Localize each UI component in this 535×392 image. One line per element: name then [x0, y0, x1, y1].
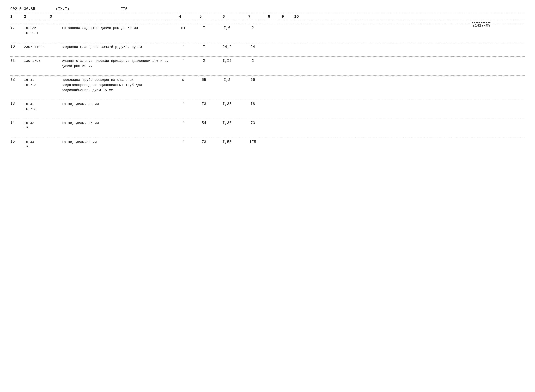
- row-code-14: I6-43 -"-: [24, 121, 62, 131]
- row-num-15: I5.: [10, 140, 24, 144]
- column-headers: I 2 3 4 5 6 7 8 9 IO: [10, 14, 525, 20]
- col-header-7: 7: [237, 14, 262, 19]
- row-price-15: I,58: [214, 140, 240, 144]
- row-price-14: I,36: [214, 121, 240, 125]
- row-total-9: 2: [240, 26, 266, 30]
- row-unit-12: м: [173, 77, 194, 82]
- table-row: I4. I6-43 -"- То же, диам. 25 мм " 54 I,…: [10, 119, 525, 131]
- table-row: 9. I6-I35 I6-I2-I Установка задвижек диа…: [10, 24, 525, 36]
- row-code-12: I6-4I I6-7-3: [24, 77, 62, 88]
- row-unit-15: ": [173, 140, 194, 144]
- stamp-area: 21417-09: [472, 22, 490, 28]
- row-qty-9: I: [194, 26, 214, 30]
- row-unit-13: ": [173, 102, 194, 106]
- row-num-10: IO.: [10, 45, 24, 49]
- page-container: 902-5-36.85 (IX.I) II5 21417-09 I 2 3 4 …: [10, 7, 525, 150]
- row-num-12: I2.: [10, 77, 24, 82]
- row-total-13: I8: [240, 102, 266, 106]
- col-header-2: 2: [24, 14, 45, 19]
- row-num-11: II.: [10, 58, 24, 63]
- row-desc-15: То же, диам.32 мм: [62, 140, 173, 145]
- col-header-1: I: [10, 14, 24, 19]
- row-desc-10: Задвижка фланцевая 30ч47б р,ду50, ру IO: [62, 45, 173, 50]
- table-row: I2. I6-4I I6-7-3 Прокладка трубопроводов…: [10, 75, 525, 93]
- top-header: 902-5-36.85 (IX.I) II5: [10, 7, 525, 11]
- table-row: II. I30-I793 Фланцы стальные плоские при…: [10, 56, 525, 69]
- row-qty-10: I: [194, 45, 214, 49]
- table-row: I5. I6-44 -"- То же, диам.32 мм " 73 I,5…: [10, 138, 525, 150]
- col-header-6: 6: [211, 14, 237, 19]
- row-total-11: 2: [240, 58, 266, 63]
- row-desc-11: Фланцы стальные плоские приварные давлен…: [62, 58, 173, 69]
- row-num-9: 9.: [10, 26, 24, 30]
- col-header-9: 9: [276, 14, 290, 19]
- row-desc-12: Прокладка трубопроводов из стальных водо…: [62, 77, 173, 93]
- row-qty-13: I3: [194, 102, 214, 106]
- stamp-number: 21417-09: [472, 23, 490, 28]
- row-qty-15: 73: [194, 140, 214, 144]
- row-code-10: 2307-II093: [24, 45, 62, 50]
- row-unit-10: ": [173, 45, 194, 49]
- doc-page: II5: [121, 7, 128, 11]
- row-desc-9: Установка задвижек диаметром до 50 мм: [62, 26, 173, 31]
- row-qty-12: 55: [194, 77, 214, 82]
- row-unit-9: шт: [173, 26, 194, 30]
- col-header-3: 3: [50, 14, 170, 19]
- table-row: IO. 2307-II093 Задвижка фланцевая 30ч47б…: [10, 43, 525, 50]
- row-price-11: I,I5: [214, 58, 240, 63]
- row-total-15: II5: [240, 140, 266, 144]
- row-code-15: I6-44 -"-: [24, 140, 62, 150]
- col-header-10: IO: [290, 14, 303, 19]
- doc-number: 902-5-36.85: [10, 7, 35, 11]
- row-price-12: I,2: [214, 77, 240, 82]
- doc-code: (IX.I): [56, 7, 69, 11]
- row-desc-14: То же, диам. 25 мм: [62, 121, 173, 126]
- col-header-4: 4: [170, 14, 190, 19]
- row-qty-14: 54: [194, 121, 214, 125]
- row-total-12: 66: [240, 77, 266, 82]
- row-price-10: 24,2: [214, 45, 240, 49]
- row-total-10: 24: [240, 45, 266, 49]
- col-header-8: 8: [262, 14, 276, 19]
- table-area: 9. I6-I35 I6-I2-I Установка задвижек диа…: [10, 24, 525, 150]
- row-desc-13: То же, диам. 20 мм: [62, 102, 173, 107]
- row-num-14: I4.: [10, 121, 24, 125]
- col-header-5: 5: [190, 14, 211, 19]
- row-unit-11: ": [173, 58, 194, 63]
- row-price-13: I,35: [214, 102, 240, 106]
- table-row: I3. I6-42 I6-7-3 То же, диам. 20 мм " I3…: [10, 100, 525, 112]
- row-code-13: I6-42 I6-7-3: [24, 102, 62, 112]
- row-num-13: I3.: [10, 102, 24, 106]
- row-code-9: I6-I35 I6-I2-I: [24, 26, 62, 36]
- row-price-9: I,6: [214, 26, 240, 30]
- row-code-11: I30-I793: [24, 58, 62, 64]
- row-unit-14: ": [173, 121, 194, 125]
- row-qty-11: 2: [194, 58, 214, 63]
- top-dashed-line: [10, 13, 525, 13]
- row-total-14: 73: [240, 121, 266, 125]
